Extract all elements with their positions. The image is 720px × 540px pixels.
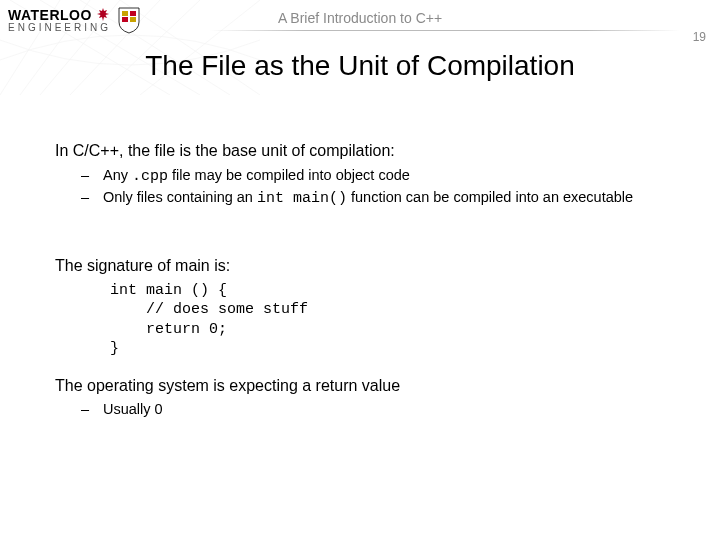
page-number: 19 — [693, 30, 706, 44]
bullet-1b-post: function can be compiled into an executa… — [347, 189, 633, 205]
bullet-list-1: Any .cpp file may be compiled into objec… — [55, 166, 680, 210]
paragraph-3: The operating system is expecting a retu… — [55, 375, 680, 397]
paragraph-1: In C/C++, the file is the base unit of c… — [55, 140, 680, 162]
bullet-1a-code: .cpp — [132, 168, 168, 185]
header-rule — [210, 30, 680, 31]
slide: WATERLOO ENGINEERING A Brief Introductio… — [0, 0, 720, 540]
slide-title: The File as the Unit of Compilation — [0, 50, 720, 82]
bullet-list-3: Usually 0 — [55, 400, 680, 420]
paragraph-2: The signature of main is: — [55, 255, 680, 277]
bullet-3a: Usually 0 — [103, 400, 680, 420]
header-subtitle: A Brief Introduction to C++ — [0, 10, 720, 26]
code-block: int main () { // does some stuff return … — [110, 281, 680, 359]
bullet-1a-pre: Any — [103, 167, 132, 183]
slide-body: In C/C++, the file is the base unit of c… — [55, 130, 680, 438]
bullet-1b-code: int main() — [257, 190, 347, 207]
bullet-1b-pre: Only files containing an — [103, 189, 257, 205]
bullet-1a: Any .cpp file may be compiled into objec… — [103, 166, 680, 187]
bullet-1a-post: file may be compiled into object code — [168, 167, 410, 183]
bullet-1b: Only files containing an int main() func… — [103, 188, 680, 209]
